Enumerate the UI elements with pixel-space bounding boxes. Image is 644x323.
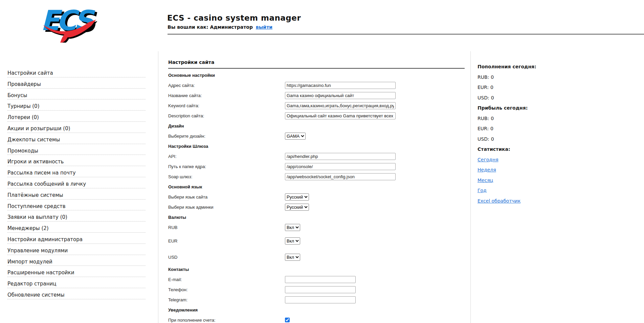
stats-link-year[interactable]: Год: [478, 188, 487, 193]
sidebar-item-admin-settings[interactable]: Настройки администратора: [7, 233, 146, 244]
section-currencies: Валюты: [168, 212, 465, 222]
sidebar-item-advanced-settings[interactable]: Расширенные настройки: [7, 266, 146, 277]
section-gateway-settings: Настройки Шлюза: [168, 141, 465, 151]
sidebar-item-payment-systems[interactable]: Платёжные системы: [7, 188, 146, 200]
login-user: Администратор: [210, 24, 253, 30]
sidebar-item-module-import[interactable]: Импорт модулей: [7, 255, 146, 266]
email-label: E-mail:: [168, 277, 285, 282]
currency-label: USD:: [478, 136, 489, 142]
sidebar-item-payout-requests[interactable]: Заявки на выплату (0): [7, 210, 146, 222]
phone-input[interactable]: [285, 286, 356, 293]
section-main-language: Основной язык: [168, 182, 465, 192]
sidebar-item-lotteries[interactable]: Лотереи (0): [7, 111, 146, 122]
stats-link-month[interactable]: Месяц: [478, 178, 493, 183]
soap-gateway-label: Soap шлюз:: [168, 174, 285, 179]
telegram-input[interactable]: [285, 296, 356, 303]
currency-label: EUR:: [478, 85, 489, 90]
sidebar-item-jackpots[interactable]: Джекпоты системы: [7, 133, 146, 144]
telegram-label: Telegram:: [168, 297, 285, 302]
site-keyword-input[interactable]: [285, 102, 396, 109]
field-admin-language: Выбери язык админки Русский: [168, 202, 465, 212]
site-name-label: Название сайта:: [168, 93, 285, 98]
sidebar-item-managers[interactable]: Менеджеры (2): [7, 222, 146, 233]
sidebar: Настройки сайта Провайдеры Бонусы Турнир…: [7, 66, 146, 299]
sidebar-item-players-activity[interactable]: Игроки и активность: [7, 155, 146, 166]
sidebar-item-module-management[interactable]: Управление модулями: [7, 244, 146, 255]
sidebar-item-system-update[interactable]: Обновление системы: [7, 288, 146, 299]
field-api: API:: [168, 151, 465, 161]
site-description-label: Description сайта:: [168, 113, 285, 118]
site-address-input[interactable]: [285, 82, 396, 89]
deposit-notification-checkbox[interactable]: [285, 318, 290, 322]
deposits-usd: USD: 0: [478, 93, 620, 103]
core-path-input[interactable]: [285, 163, 396, 170]
sidebar-item-promocodes[interactable]: Промокоды: [7, 144, 146, 155]
eur-select[interactable]: Вкл: [285, 237, 300, 245]
soap-gateway-input[interactable]: [285, 173, 396, 180]
site-settings-panel: Настройки сайта Основные настройки Адрес…: [168, 60, 465, 323]
sidebar-item-tournaments[interactable]: Турниры (0): [7, 99, 146, 111]
login-status: Вы вошли как: Администратор выйти: [168, 24, 272, 30]
stats-link-week[interactable]: Неделя: [478, 167, 496, 172]
deposits-eur: EUR: 0: [478, 82, 620, 93]
currency-value: 0: [490, 126, 493, 131]
sidebar-item-email-mailing[interactable]: Рассылка писем на почту: [7, 166, 146, 177]
rub-label: RUB: [168, 225, 285, 230]
currency-value: 0: [491, 95, 494, 100]
site-keyword-label: Keyword сайта:: [168, 103, 285, 108]
field-usd: USD Вкл: [168, 252, 465, 262]
stats-panel: Пополнения сегодня: RUB: 0 EUR: 0 USD: 0…: [478, 62, 620, 206]
section-label: Валюты: [168, 215, 285, 220]
deposits-today-title: Пополнения сегодня:: [478, 62, 620, 72]
admin-language-select[interactable]: Русский: [285, 204, 309, 211]
field-design: Выберите дизайн: GAMA: [168, 131, 465, 141]
section-contacts: Контакты: [168, 264, 465, 274]
stats-link-excel[interactable]: Excel обработчик: [478, 198, 520, 204]
section-notifications: Уведомления: [168, 305, 465, 315]
site-address-label: Адрес сайта:: [168, 83, 285, 88]
sidebar-item-page-editor[interactable]: Редактор страниц: [7, 277, 146, 288]
sidebar-main-divider: [158, 51, 158, 323]
site-name-input[interactable]: [285, 92, 396, 99]
admin-language-label: Выбери язык админки: [168, 205, 285, 210]
currency-label: RUB:: [478, 116, 489, 121]
sidebar-item-pm-mailing[interactable]: Рассылка сообщений в личку: [7, 177, 146, 188]
sidebar-item-incoming-funds[interactable]: Поступление средств: [7, 200, 146, 211]
logout-link[interactable]: выйти: [256, 24, 272, 30]
sidebar-item-bonuses[interactable]: Бонусы: [7, 89, 146, 100]
email-input[interactable]: [285, 276, 356, 283]
panel-title: Настройки сайта: [168, 60, 465, 69]
sidebar-item-site-settings[interactable]: Настройки сайта: [7, 66, 146, 77]
stats-link-today[interactable]: Сегодня: [478, 157, 498, 162]
api-label: API:: [168, 154, 285, 159]
page-title: ECS - casino system manager: [167, 14, 301, 22]
header-divider: [168, 34, 644, 34]
site-description-input[interactable]: [285, 112, 396, 119]
section-design: Дизайн: [168, 121, 465, 131]
eur-label: EUR: [168, 238, 285, 244]
statistics-title: Статистика:: [478, 144, 620, 155]
currency-label: RUB:: [478, 74, 489, 80]
field-phone: Телефон:: [168, 284, 465, 295]
field-site-language: Выбери язык сайта Русский: [168, 192, 465, 202]
field-soap-gateway: Soap шлюз:: [168, 171, 465, 182]
settings-form: Основные настройки Адрес сайта: Название…: [168, 70, 465, 323]
usd-select[interactable]: Вкл: [285, 254, 300, 261]
field-site-keyword: Keyword сайта:: [168, 100, 465, 111]
api-input[interactable]: [285, 153, 396, 160]
design-select[interactable]: GAMA: [285, 133, 306, 140]
site-language-select[interactable]: Русский: [285, 193, 309, 201]
section-basic-settings: Основные настройки: [168, 70, 465, 80]
rub-select[interactable]: Вкл: [285, 224, 300, 231]
deposit-notification-label: При пополнение счета:: [168, 318, 285, 323]
currency-value: 0: [491, 116, 494, 121]
sidebar-item-promotions[interactable]: Акции и розыгрыши (0): [7, 122, 146, 133]
sidebar-item-providers[interactable]: Провайдеры: [7, 77, 146, 89]
currency-value: 0: [490, 85, 493, 90]
phone-label: Телефон:: [168, 287, 285, 292]
design-label: Выберите дизайн:: [168, 134, 285, 139]
section-label: Основные настройки: [168, 73, 285, 78]
field-site-name: Название сайта:: [168, 90, 465, 100]
field-site-description: Description сайта:: [168, 111, 465, 121]
section-label: Настройки Шлюза: [168, 144, 285, 149]
